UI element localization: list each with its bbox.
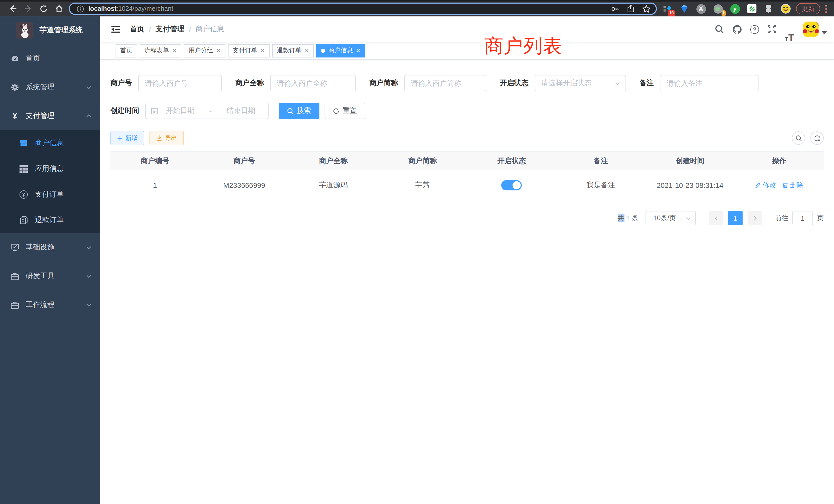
tab-label: 用户分组 xyxy=(189,46,213,55)
chevron-down-icon xyxy=(615,80,620,86)
refresh-table-button[interactable] xyxy=(810,131,824,145)
sidebar-item-pay-order[interactable]: ¥ 支付订单 xyxy=(0,182,100,207)
cell-merchant-id: 1 xyxy=(110,181,199,189)
extension-emoji-icon[interactable] xyxy=(781,4,791,14)
sidebar-item-pay[interactable]: ¥ 支付管理 xyxy=(0,101,100,130)
help-icon[interactable]: ? xyxy=(746,17,763,42)
sidebar-item-label: 基础设施 xyxy=(26,243,86,252)
tab-refund-order[interactable]: 退款订单 xyxy=(272,44,314,57)
tab-home[interactable]: 首页 xyxy=(115,44,137,57)
tab-close-icon[interactable] xyxy=(356,48,360,53)
breadcrumb-home[interactable]: 首页 xyxy=(130,25,144,34)
sidebar-item-app-info[interactable]: 应用信息 xyxy=(0,156,100,182)
sidebar-item-merchant-info[interactable]: 商户信息 xyxy=(0,130,100,156)
avatar-caret-icon[interactable] xyxy=(822,31,827,35)
tab-pay-order[interactable]: 支付订单 xyxy=(228,44,270,57)
app-logo-row[interactable]: 芋道管理系统 xyxy=(0,17,100,44)
add-button-label: 新增 xyxy=(125,134,138,142)
delete-link[interactable]: 删除 xyxy=(782,180,803,190)
chevron-down-icon xyxy=(86,302,92,308)
show-search-toggle-button[interactable] xyxy=(792,131,805,145)
page-number-button[interactable]: 1 xyxy=(728,211,743,225)
tab-close-icon[interactable] xyxy=(260,48,265,53)
merchant-fullname-input[interactable] xyxy=(270,75,356,91)
grid-icon xyxy=(20,165,28,173)
extension-recorder-icon[interactable]: 1 xyxy=(713,4,723,14)
tab-close-icon[interactable] xyxy=(172,48,177,53)
address-bar[interactable]: localhost:1024/pay/merchant xyxy=(69,3,657,15)
search-button[interactable]: 搜索 xyxy=(279,102,320,119)
bookmark-star-icon[interactable] xyxy=(642,4,651,13)
merchant-shortname-input[interactable] xyxy=(404,75,486,91)
sidebar-item-label: 首页 xyxy=(26,54,92,63)
extensions-puzzle-icon[interactable] xyxy=(764,4,774,14)
extension-notes-icon[interactable] xyxy=(747,4,757,14)
browser-home-button[interactable] xyxy=(51,2,67,16)
sidebar-item-refund-order[interactable]: 退款订单 xyxy=(0,207,100,233)
export-button[interactable]: 导出 xyxy=(150,131,184,145)
edit-pencil-icon xyxy=(755,182,761,188)
status-toggle[interactable] xyxy=(502,180,522,190)
share-icon[interactable] xyxy=(627,5,635,13)
search-icon xyxy=(795,135,802,141)
table-header-row: 商户编号 商户号 商户全称 商户简称 开启状态 备注 创建时间 操作 xyxy=(110,152,824,170)
search-form-row-1: 商户号 商户全称 商户简称 开启状态 请选择开启状态 xyxy=(110,75,824,91)
monitor-icon xyxy=(11,243,19,251)
sidebar-item-devtools[interactable]: 研发工具 xyxy=(0,262,100,291)
tab-label: 支付订单 xyxy=(233,46,257,55)
browser-forward-button[interactable] xyxy=(21,2,36,16)
extension-gem-icon[interactable] xyxy=(679,4,689,14)
browser-back-button[interactable] xyxy=(5,2,21,16)
extension-command-icon[interactable]: ⌘ xyxy=(696,4,706,14)
add-button[interactable]: 新增 xyxy=(110,131,144,145)
browser-menu-icon[interactable] xyxy=(823,5,829,13)
column-header: 商户编号 xyxy=(110,156,199,165)
extension-sidebar-icon[interactable]: 10 xyxy=(662,4,672,14)
header-search-icon[interactable] xyxy=(711,17,728,42)
fullscreen-icon[interactable] xyxy=(763,17,781,42)
user-avatar[interactable] xyxy=(803,22,818,37)
create-time-range-picker[interactable]: 开始日期 - 结束日期 xyxy=(145,102,269,119)
merchant-no-label: 商户号 xyxy=(110,78,132,88)
column-header: 商户号 xyxy=(199,156,289,165)
font-size-icon[interactable]: TT xyxy=(781,17,798,42)
site-info-icon[interactable] xyxy=(75,5,85,13)
column-header: 商户全称 xyxy=(289,156,378,165)
remark-input[interactable] xyxy=(660,75,759,91)
yen-circle-icon: ¥ xyxy=(20,190,28,199)
breadcrumb-pay[interactable]: 支付管理 xyxy=(156,25,184,34)
browser-reload-button[interactable] xyxy=(36,2,51,16)
pagination-total: 共 1 条 xyxy=(617,213,638,223)
page-size-select[interactable]: 10条/页 xyxy=(645,211,696,225)
github-icon[interactable] xyxy=(728,17,746,42)
merchant-no-input[interactable] xyxy=(138,75,222,91)
sidebar-collapse-icon[interactable] xyxy=(108,22,123,37)
tab-user-group[interactable]: 用户分组 xyxy=(184,44,225,57)
sidebar-item-home[interactable]: 首页 xyxy=(0,44,100,73)
extension-yuque-icon[interactable]: y xyxy=(730,4,740,14)
sidebar-item-system[interactable]: 系统管理 xyxy=(0,73,100,101)
sidebar-submenu-pay: 商户信息 应用信息 ¥ 支付订单 退款订单 xyxy=(0,130,100,233)
table-toolbar: 新增 导出 xyxy=(110,131,824,145)
browser-update-button[interactable]: 更新 xyxy=(796,3,820,14)
prev-page-button[interactable] xyxy=(709,211,723,225)
status-select[interactable]: 请选择开启状态 xyxy=(534,75,626,91)
edit-link[interactable]: 修改 xyxy=(755,180,776,190)
tab-close-icon[interactable] xyxy=(216,48,221,53)
browser-toolbar: localhost:1024/pay/merchant 10 ⌘ 1 xyxy=(0,0,834,17)
tab-process-form[interactable]: 流程表单 xyxy=(140,44,181,57)
status-label: 开启状态 xyxy=(500,78,528,88)
tab-close-icon[interactable] xyxy=(305,48,309,53)
cell-merchant-fullname: 芋道源码 xyxy=(289,180,378,190)
top-navbar: 首页 / 支付管理 / 商户信息 ? T xyxy=(100,17,834,42)
tab-merchant-info-active[interactable]: 商户信息 xyxy=(316,44,365,57)
merchant-table: 商户编号 商户号 商户全称 商户简称 开启状态 备注 创建时间 操作 1 M23… xyxy=(110,152,824,200)
password-key-icon[interactable] xyxy=(611,4,619,13)
goto-page-input[interactable] xyxy=(792,211,813,225)
sidebar-item-workflow[interactable]: 工作流程 xyxy=(0,291,100,319)
next-page-button[interactable] xyxy=(748,211,762,225)
reset-button[interactable]: 重置 xyxy=(325,102,365,119)
pagination: 共 1 条 10条/页 1 前往 页 xyxy=(110,211,824,225)
documents-icon xyxy=(20,216,28,224)
sidebar-item-infra[interactable]: 基础设施 xyxy=(0,233,100,262)
